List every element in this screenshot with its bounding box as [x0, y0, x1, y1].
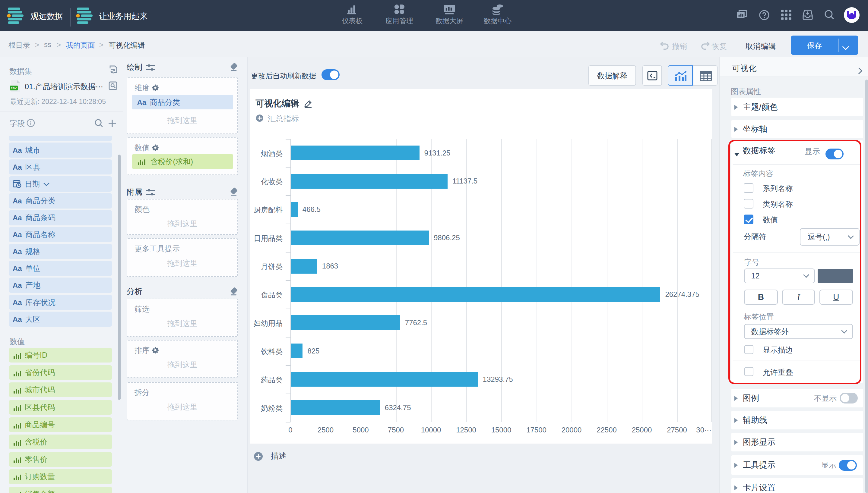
svg-text:csv: csv [11, 86, 17, 90]
